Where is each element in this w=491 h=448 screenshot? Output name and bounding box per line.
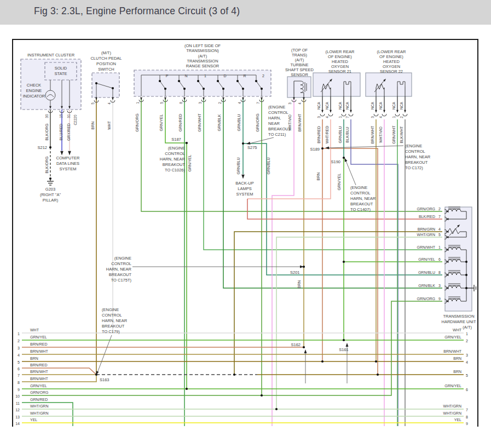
wire-label: BRN [91, 122, 95, 130]
pin-number: 7 [345, 116, 349, 118]
row-label: YEL [30, 418, 37, 422]
annotation: BREAKOUT [350, 202, 373, 206]
component-title: (TOP OF [291, 48, 308, 53]
row-number: 8 [18, 381, 20, 384]
wire-label: NCA [345, 101, 349, 109]
connector-icon [382, 114, 386, 116]
wire-label: NCA [379, 101, 383, 109]
splice-dot [343, 339, 345, 341]
wire-label: GRN/BLU [338, 126, 342, 143]
annotation: HARN, NEAR [160, 157, 186, 162]
row-number: 11 [16, 401, 20, 405]
o2-sensor-22-box [366, 73, 412, 96]
row-label: GRN/RED [30, 398, 48, 401]
o2-sensor-21-box [313, 73, 360, 96]
annotation: CONTROL [405, 149, 425, 154]
row-label: GRN/YEL [30, 384, 47, 388]
connector-icon [349, 114, 353, 116]
connector-icon [395, 114, 400, 116]
annotation: CONTROL [102, 313, 122, 318]
row-label: BRN/RED [30, 363, 48, 367]
splice-dot [197, 80, 199, 82]
arrowhead-icon [242, 97, 244, 100]
annotation: NEAR [268, 121, 280, 126]
arrowhead-icon [396, 110, 398, 113]
wire-label: NCA [317, 101, 321, 109]
system-label: LAMPS [238, 186, 251, 191]
component-title: SHAFT SPEED [285, 67, 314, 72]
wire-label: GRN/BLK [418, 284, 435, 288]
annotation: HARN, [268, 116, 281, 120]
wire-label: BLK/RED [419, 215, 435, 219]
wire-label: GRN/ORG [256, 113, 259, 131]
row-number: 13 [15, 415, 20, 419]
switch-position: P [166, 74, 169, 78]
row-label: WHT [453, 328, 462, 332]
wire-label: GRN/BLK [217, 114, 221, 131]
splice-dot [242, 88, 244, 90]
splice-dot [303, 346, 305, 348]
row-label: WHT/GRN [30, 411, 48, 415]
wire-label: BRN/RED [317, 126, 321, 143]
splice-dot [233, 374, 235, 376]
annotation: BREAKOUT [109, 272, 132, 277]
switch-position: N [184, 74, 187, 78]
pin-number: 5 [438, 233, 441, 237]
annotation: (ENGINE [114, 256, 131, 261]
diagram-frame [13, 39, 478, 427]
wire-label: BRN/WHT [298, 113, 302, 131]
system-label: SYSTEM [236, 192, 253, 197]
wire-row10-grn-org [22, 301, 442, 395]
wire-label: GRN/WHT [392, 125, 396, 144]
arrowhead-icon [203, 97, 205, 100]
annotation: TO C1407) [350, 207, 371, 212]
pin-number: 9 [438, 297, 441, 301]
switch-position: 1 [204, 74, 206, 78]
component-title: OF ENGINE) [379, 54, 403, 59]
wire-label: GRN/ORG [417, 297, 435, 301]
wire-label: BLK/ORG [45, 156, 49, 173]
wire-label: BLU/RED [59, 124, 63, 140]
pin-number: 4 [298, 102, 302, 105]
wire-label: GRN/YEL [337, 174, 341, 191]
annotation: TO C211) [268, 132, 286, 137]
pin-number: 4 [107, 102, 111, 105]
pin-number: 1 [438, 245, 441, 249]
pin-number: 3 [438, 284, 441, 288]
wire-blk-blu-o2 [351, 119, 398, 426]
row-label: BRN/WHT [30, 377, 48, 381]
ground-label: PILLAR) [43, 198, 59, 203]
splice-dot [95, 82, 97, 84]
connector-icon [374, 114, 378, 116]
wire-label: GRN/BLU [237, 114, 241, 131]
row-label: BRN/RED [30, 342, 48, 346]
wire-label: BRN/GRN [418, 227, 435, 231]
arrowhead-icon [350, 110, 352, 113]
ground-label: G203 [45, 187, 55, 192]
wire-label: NCA [400, 101, 403, 109]
arrowhead-icon [183, 97, 186, 100]
splice-label: S212 [37, 145, 47, 150]
connector-icon [320, 114, 325, 116]
component-title: (LOWER REAR [326, 49, 355, 54]
row-label: BRN/WHT [30, 370, 48, 374]
splice-dot [343, 261, 345, 263]
splice-dot [203, 88, 205, 90]
annotation: (ENGINE [268, 105, 285, 110]
pin-number: 30 [45, 114, 49, 118]
annotation: BREAKOUT [102, 324, 125, 329]
wire-label: WHT/RED [325, 126, 329, 144]
pin-number: 8 [438, 271, 441, 274]
component-title: SOLID [55, 66, 67, 71]
wire-label: GRN/WHT [417, 245, 436, 249]
title-bar: Fig 3: 2.3L, Engine Performance Circuit … [0, 0, 491, 25]
annotation: CONTROL [111, 261, 131, 266]
arrowhead-icon [112, 97, 114, 100]
splice-dot [465, 287, 467, 289]
arrowhead-icon [321, 110, 324, 113]
annotation: (ENGINE [168, 146, 185, 151]
splice-dot [255, 80, 257, 82]
row-number: 2 [466, 339, 468, 343]
splice-dot [321, 147, 324, 150]
row-number: 4 [466, 360, 468, 364]
